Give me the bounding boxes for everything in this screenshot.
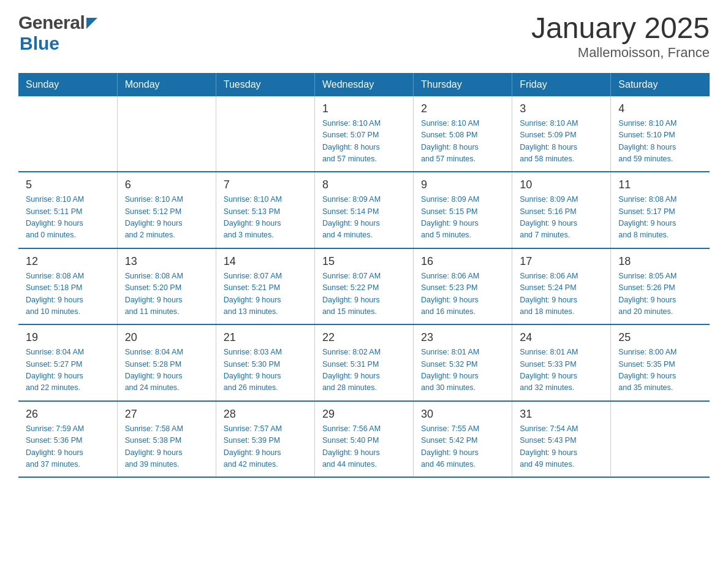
day-number: 4 — [618, 102, 702, 115]
day-sun-info: Sunrise: 8:08 AM Sunset: 5:20 PM Dayligh… — [125, 270, 208, 318]
calendar-cell: 18Sunrise: 8:05 AM Sunset: 5:26 PM Dayli… — [611, 248, 710, 325]
calendar-cell: 4Sunrise: 8:10 AM Sunset: 5:10 PM Daylig… — [611, 96, 710, 172]
calendar-cell: 2Sunrise: 8:10 AM Sunset: 5:08 PM Daylig… — [414, 96, 512, 172]
calendar-cell: 16Sunrise: 8:06 AM Sunset: 5:23 PM Dayli… — [414, 248, 512, 325]
week-row-2: 5Sunrise: 8:10 AM Sunset: 5:11 PM Daylig… — [18, 172, 710, 248]
calendar-cell: 24Sunrise: 8:01 AM Sunset: 5:33 PM Dayli… — [512, 324, 611, 401]
weekday-header-saturday: Saturday — [611, 73, 710, 96]
calendar-cell: 26Sunrise: 7:59 AM Sunset: 5:36 PM Dayli… — [18, 401, 117, 478]
calendar-cell — [216, 96, 314, 172]
day-number: 27 — [125, 408, 208, 421]
weekday-header-friday: Friday — [512, 73, 611, 96]
calendar-cell: 17Sunrise: 8:06 AM Sunset: 5:24 PM Dayli… — [512, 248, 611, 325]
day-number: 22 — [322, 331, 406, 344]
calendar-subtitle: Mallemoisson, France — [531, 45, 710, 61]
weekday-header-tuesday: Tuesday — [216, 73, 314, 96]
logo-general-text: General — [18, 12, 85, 33]
day-number: 23 — [421, 331, 504, 344]
day-sun-info: Sunrise: 8:00 AM Sunset: 5:35 PM Dayligh… — [618, 347, 702, 394]
day-number: 3 — [520, 102, 603, 115]
calendar-title-block: January 2025 Mallemoisson, France — [531, 12, 710, 61]
day-sun-info: Sunrise: 8:08 AM Sunset: 5:17 PM Dayligh… — [618, 194, 702, 242]
week-row-1: 1Sunrise: 8:10 AM Sunset: 5:07 PM Daylig… — [18, 96, 710, 172]
day-sun-info: Sunrise: 8:07 AM Sunset: 5:21 PM Dayligh… — [224, 270, 307, 318]
day-number: 21 — [224, 331, 307, 344]
week-row-4: 19Sunrise: 8:04 AM Sunset: 5:27 PM Dayli… — [18, 324, 710, 401]
day-number: 25 — [618, 331, 702, 344]
week-row-3: 12Sunrise: 8:08 AM Sunset: 5:18 PM Dayli… — [18, 248, 710, 325]
calendar-cell: 23Sunrise: 8:01 AM Sunset: 5:32 PM Dayli… — [414, 324, 512, 401]
day-number: 26 — [26, 408, 110, 421]
logo-triangle-icon — [86, 18, 97, 29]
day-sun-info: Sunrise: 8:01 AM Sunset: 5:33 PM Dayligh… — [520, 347, 603, 394]
calendar-cell: 28Sunrise: 7:57 AM Sunset: 5:39 PM Dayli… — [216, 401, 314, 478]
day-number: 13 — [125, 255, 208, 268]
calendar-cell — [117, 96, 216, 172]
calendar-cell: 21Sunrise: 8:03 AM Sunset: 5:30 PM Dayli… — [216, 324, 314, 401]
calendar-cell: 19Sunrise: 8:04 AM Sunset: 5:27 PM Dayli… — [18, 324, 117, 401]
day-number: 14 — [224, 255, 307, 268]
calendar-cell: 7Sunrise: 8:10 AM Sunset: 5:13 PM Daylig… — [216, 172, 314, 248]
calendar-cell: 11Sunrise: 8:08 AM Sunset: 5:17 PM Dayli… — [611, 172, 710, 248]
day-sun-info: Sunrise: 7:54 AM Sunset: 5:43 PM Dayligh… — [520, 423, 603, 471]
day-sun-info: Sunrise: 8:10 AM Sunset: 5:12 PM Dayligh… — [125, 194, 208, 242]
day-number: 6 — [125, 178, 208, 191]
day-number: 18 — [618, 255, 702, 268]
day-sun-info: Sunrise: 8:10 AM Sunset: 5:11 PM Dayligh… — [26, 194, 110, 242]
calendar-cell — [18, 96, 117, 172]
day-sun-info: Sunrise: 8:06 AM Sunset: 5:24 PM Dayligh… — [520, 270, 603, 318]
weekday-header-wednesday: Wednesday — [314, 73, 413, 96]
day-number: 19 — [26, 331, 110, 344]
day-sun-info: Sunrise: 7:56 AM Sunset: 5:40 PM Dayligh… — [322, 423, 406, 471]
day-number: 31 — [520, 408, 603, 421]
day-number: 29 — [322, 408, 406, 421]
calendar-cell: 3Sunrise: 8:10 AM Sunset: 5:09 PM Daylig… — [512, 96, 611, 172]
day-number: 12 — [26, 255, 110, 268]
day-sun-info: Sunrise: 8:08 AM Sunset: 5:18 PM Dayligh… — [26, 270, 110, 318]
day-sun-info: Sunrise: 8:02 AM Sunset: 5:31 PM Dayligh… — [322, 347, 406, 394]
day-number: 1 — [322, 102, 406, 115]
day-sun-info: Sunrise: 8:09 AM Sunset: 5:16 PM Dayligh… — [520, 194, 603, 242]
calendar-cell: 20Sunrise: 8:04 AM Sunset: 5:28 PM Dayli… — [117, 324, 216, 401]
day-sun-info: Sunrise: 7:55 AM Sunset: 5:42 PM Dayligh… — [421, 423, 504, 471]
day-sun-info: Sunrise: 8:04 AM Sunset: 5:28 PM Dayligh… — [125, 347, 208, 394]
calendar-cell: 25Sunrise: 8:00 AM Sunset: 5:35 PM Dayli… — [611, 324, 710, 401]
day-number: 15 — [322, 255, 406, 268]
logo-blue-text: Blue — [20, 33, 59, 54]
day-sun-info: Sunrise: 8:10 AM Sunset: 5:09 PM Dayligh… — [520, 118, 603, 166]
calendar-cell: 9Sunrise: 8:09 AM Sunset: 5:15 PM Daylig… — [414, 172, 512, 248]
day-sun-info: Sunrise: 7:57 AM Sunset: 5:39 PM Dayligh… — [224, 423, 307, 471]
weekday-header-monday: Monday — [117, 73, 216, 96]
day-sun-info: Sunrise: 8:10 AM Sunset: 5:10 PM Dayligh… — [618, 118, 702, 166]
day-number: 5 — [26, 178, 110, 191]
day-sun-info: Sunrise: 8:09 AM Sunset: 5:14 PM Dayligh… — [322, 194, 406, 242]
day-number: 16 — [421, 255, 504, 268]
day-sun-info: Sunrise: 8:10 AM Sunset: 5:13 PM Dayligh… — [224, 194, 307, 242]
day-sun-info: Sunrise: 8:10 AM Sunset: 5:07 PM Dayligh… — [322, 118, 406, 166]
calendar-cell: 30Sunrise: 7:55 AM Sunset: 5:42 PM Dayli… — [414, 401, 512, 478]
calendar-cell: 1Sunrise: 8:10 AM Sunset: 5:07 PM Daylig… — [314, 96, 413, 172]
day-number: 9 — [421, 178, 504, 191]
calendar-cell: 12Sunrise: 8:08 AM Sunset: 5:18 PM Dayli… — [18, 248, 117, 325]
day-sun-info: Sunrise: 8:03 AM Sunset: 5:30 PM Dayligh… — [224, 347, 307, 394]
weekday-header-sunday: Sunday — [18, 73, 117, 96]
day-number: 17 — [520, 255, 603, 268]
day-sun-info: Sunrise: 8:04 AM Sunset: 5:27 PM Dayligh… — [26, 347, 110, 394]
calendar-cell: 5Sunrise: 8:10 AM Sunset: 5:11 PM Daylig… — [18, 172, 117, 248]
day-number: 30 — [421, 408, 504, 421]
day-sun-info: Sunrise: 8:09 AM Sunset: 5:15 PM Dayligh… — [421, 194, 504, 242]
day-number: 7 — [224, 178, 307, 191]
calendar-cell: 31Sunrise: 7:54 AM Sunset: 5:43 PM Dayli… — [512, 401, 611, 478]
calendar-cell: 8Sunrise: 8:09 AM Sunset: 5:14 PM Daylig… — [314, 172, 413, 248]
calendar-cell: 14Sunrise: 8:07 AM Sunset: 5:21 PM Dayli… — [216, 248, 314, 325]
day-number: 11 — [618, 178, 702, 191]
day-sun-info: Sunrise: 8:05 AM Sunset: 5:26 PM Dayligh… — [618, 270, 702, 318]
calendar-cell: 27Sunrise: 7:58 AM Sunset: 5:38 PM Dayli… — [117, 401, 216, 478]
day-number: 8 — [322, 178, 406, 191]
calendar-cell: 6Sunrise: 8:10 AM Sunset: 5:12 PM Daylig… — [117, 172, 216, 248]
day-sun-info: Sunrise: 7:58 AM Sunset: 5:38 PM Dayligh… — [125, 423, 208, 471]
day-number: 2 — [421, 102, 504, 115]
day-sun-info: Sunrise: 8:01 AM Sunset: 5:32 PM Dayligh… — [421, 347, 504, 394]
day-sun-info: Sunrise: 8:07 AM Sunset: 5:22 PM Dayligh… — [322, 270, 406, 318]
calendar-cell: 22Sunrise: 8:02 AM Sunset: 5:31 PM Dayli… — [314, 324, 413, 401]
